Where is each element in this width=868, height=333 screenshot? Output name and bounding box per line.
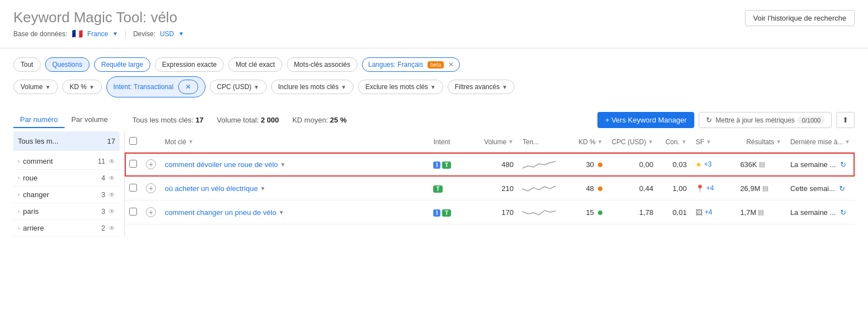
kw-dropdown-icon[interactable]: ▼ bbox=[278, 209, 284, 216]
intent-close-icon[interactable]: ✕ bbox=[178, 80, 198, 94]
col-sf: SF ▼ bbox=[691, 131, 735, 153]
row3-results: 1,7M ▤ bbox=[735, 200, 786, 224]
db-country-link[interactable]: France bbox=[87, 30, 108, 38]
row3-date: La semaine ... ↻ bbox=[786, 200, 855, 224]
kw-dropdown-icon[interactable]: ▼ bbox=[280, 161, 286, 168]
filter-langues[interactable]: Langues: Français beta ✕ bbox=[362, 57, 460, 72]
row1-cpc: 0,00 bbox=[607, 153, 658, 177]
col-results-filter-icon[interactable]: ▼ bbox=[776, 139, 781, 145]
eye-icon[interactable]: 👁 bbox=[109, 224, 115, 232]
row3-intent: I T bbox=[433, 209, 451, 217]
filter-mots-cles-associes[interactable]: Mots-clés associés bbox=[287, 57, 357, 72]
row3-volume: 170 bbox=[473, 200, 518, 224]
col-com-filter-icon[interactable]: ▼ bbox=[681, 139, 686, 145]
row3-refresh-icon[interactable]: ↻ bbox=[840, 208, 846, 217]
filter-tout[interactable]: Tout bbox=[13, 57, 41, 72]
sidebar-item-comment[interactable]: › comment 11 👁 bbox=[13, 153, 120, 170]
currency-link[interactable]: USD bbox=[160, 30, 174, 38]
kd-chevron-icon: ▼ bbox=[89, 84, 95, 90]
filtres-avances-chevron-icon: ▼ bbox=[502, 84, 507, 90]
eye-icon[interactable]: 👁 bbox=[109, 191, 115, 199]
row2-refresh-icon[interactable]: ↻ bbox=[839, 184, 845, 193]
kd-dot-icon bbox=[598, 163, 602, 167]
row3-keyword-link[interactable]: comment changer un pneu de vélo ▼ bbox=[165, 208, 424, 217]
filter-expression-exacte[interactable]: Expression exacte bbox=[155, 57, 224, 72]
col-date: Dernière mise à... ▼ bbox=[786, 131, 855, 153]
db-chevron-icon[interactable]: ▼ bbox=[112, 31, 118, 37]
currency-label: Devise: bbox=[133, 30, 155, 38]
col-cpc-filter-icon[interactable]: ▼ bbox=[648, 139, 653, 145]
row2-con: 1,00 bbox=[658, 177, 691, 200]
intent-filter[interactable]: Intent: Transactional ✕ bbox=[106, 76, 205, 97]
export-button[interactable]: ⬆ bbox=[836, 112, 855, 128]
volume-dropdown[interactable]: Volume ▼ bbox=[13, 80, 58, 94]
col-sf-filter-icon[interactable]: ▼ bbox=[706, 139, 712, 145]
eye-icon[interactable]: 👁 bbox=[109, 158, 115, 165]
col-trend: Ten... bbox=[518, 131, 562, 153]
row2-checkbox[interactable] bbox=[129, 184, 137, 192]
chevron-right-icon: › bbox=[18, 175, 19, 181]
row1-sf: ★ +3 bbox=[691, 153, 735, 177]
inclure-dropdown[interactable]: Inclure les mots clés ▼ bbox=[271, 80, 354, 94]
col-results: Résultats ▼ bbox=[735, 131, 786, 153]
volume-total-stat: Volume total: 2 000 bbox=[217, 116, 279, 124]
filter-questions[interactable]: Questions bbox=[45, 57, 90, 72]
chevron-right-icon: › bbox=[18, 158, 19, 164]
history-button[interactable]: Voir l'historique de recherche bbox=[745, 10, 855, 26]
badge-t: T bbox=[433, 185, 442, 193]
eye-icon[interactable]: 👁 bbox=[109, 174, 115, 182]
sidebar-item-changer[interactable]: › changer 3 👁 bbox=[13, 187, 120, 203]
col-keyword-filter-icon[interactable]: ▼ bbox=[188, 139, 194, 145]
close-icon[interactable]: ✕ bbox=[448, 61, 454, 68]
badge-i: I bbox=[433, 161, 440, 169]
col-volume: Volume ▼ bbox=[473, 131, 518, 153]
sidebar-all-keywords[interactable]: Tous les m... 17 bbox=[13, 131, 120, 151]
row1-checkbox[interactable] bbox=[129, 160, 137, 168]
col-keyword: Mot clé ▼ bbox=[160, 131, 429, 153]
cpc-dropdown[interactable]: CPC (USD) ▼ bbox=[210, 80, 267, 94]
flag-icon: 🇫🇷 bbox=[72, 28, 83, 39]
filter-mot-cle-exact[interactable]: Mot clé exact bbox=[228, 57, 282, 72]
sidebar-item-arriere[interactable]: › arriere 2 👁 bbox=[13, 220, 120, 237]
sidebar-item-roue[interactable]: › roue 4 👁 bbox=[13, 170, 120, 187]
row2-sf: 📍 +4 bbox=[691, 177, 735, 200]
tab-par-volume[interactable]: Par volume bbox=[65, 112, 115, 128]
col-date-filter-icon[interactable]: ▼ bbox=[845, 139, 850, 145]
currency-chevron-icon[interactable]: ▼ bbox=[179, 31, 184, 37]
filtres-avances-dropdown[interactable]: Filtres avancés ▼ bbox=[448, 80, 515, 94]
col-kd: KD % ▼ bbox=[562, 131, 607, 153]
kd-dot-icon bbox=[598, 187, 602, 191]
exclure-chevron-icon: ▼ bbox=[430, 84, 436, 90]
sidebar-item-paris[interactable]: › paris 3 👁 bbox=[13, 203, 120, 220]
row1-results: 636K ▤ bbox=[735, 153, 786, 177]
row3-add-button[interactable]: + bbox=[146, 207, 156, 217]
row2-cpc: 0,44 bbox=[607, 177, 658, 200]
kw-dropdown-icon[interactable]: ▼ bbox=[260, 185, 266, 192]
mettre-a-jour-button[interactable]: ↻ Mettre à jour les métriques 0/1000 bbox=[699, 112, 832, 128]
filter-requete-large[interactable]: Requête large bbox=[94, 57, 150, 72]
col-kd-filter-icon[interactable]: ▼ bbox=[597, 139, 603, 145]
badge-i: I bbox=[433, 209, 440, 217]
exclure-dropdown[interactable]: Exclure les mots clés ▼ bbox=[358, 80, 443, 94]
col-com: Con. ▼ bbox=[658, 131, 691, 153]
row2-add-button[interactable]: + bbox=[146, 183, 156, 193]
row3-cpc: 1,78 bbox=[607, 200, 658, 224]
star-icon: ★ bbox=[695, 160, 702, 169]
col-checkbox bbox=[125, 131, 141, 153]
tab-par-numero[interactable]: Par numéro bbox=[13, 112, 65, 128]
row1-volume: 480 bbox=[473, 153, 518, 177]
doc-icon: ▤ bbox=[759, 160, 765, 168]
row3-checkbox[interactable] bbox=[129, 208, 137, 216]
row1-refresh-icon[interactable]: ↻ bbox=[840, 160, 846, 169]
col-volume-filter-icon[interactable]: ▼ bbox=[508, 139, 514, 145]
kd-dropdown[interactable]: KD % ▼ bbox=[62, 80, 102, 94]
vers-keyword-manager-button[interactable]: + Vers Keyword Manager bbox=[597, 112, 694, 128]
eye-icon[interactable]: 👁 bbox=[109, 208, 115, 216]
select-all-checkbox[interactable] bbox=[129, 137, 137, 145]
image-icon: 🖼 bbox=[695, 208, 703, 217]
row1-add-button[interactable]: + bbox=[146, 159, 156, 169]
langues-label: Langues: Français bbox=[368, 61, 423, 68]
row1-keyword-link[interactable]: comment dévoiler une roue de vélo ▼ bbox=[165, 160, 424, 169]
table-row: + comment dévoiler une roue de vélo ▼ I bbox=[125, 153, 855, 177]
row2-keyword-link[interactable]: où acheter un vélo électrique ▼ bbox=[165, 184, 424, 193]
